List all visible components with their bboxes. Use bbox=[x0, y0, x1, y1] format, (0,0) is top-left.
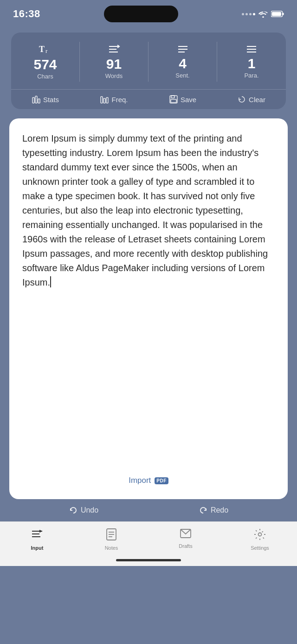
text-card[interactable]: Lorem Ipsum is simply dummy text of the … bbox=[9, 118, 288, 499]
text-body: Lorem Ipsum is simply dummy text of the … bbox=[22, 133, 268, 287]
import-row: Import PDF bbox=[22, 467, 275, 490]
bottom-nav: Input Notes Drafts bbox=[0, 521, 297, 555]
notch bbox=[104, 6, 178, 22]
undo-label: Undo bbox=[81, 506, 98, 514]
svg-text:T: T bbox=[39, 45, 45, 54]
input-icon bbox=[31, 528, 43, 543]
battery-icon bbox=[271, 10, 284, 18]
svg-rect-2 bbox=[272, 12, 281, 16]
chars-value: 574 bbox=[33, 57, 57, 72]
freq-button[interactable]: Freq. bbox=[80, 95, 148, 104]
status-icons bbox=[242, 10, 284, 18]
redo-button[interactable]: Redo bbox=[199, 506, 228, 515]
text-cursor bbox=[50, 276, 51, 287]
pdf-badge: PDF bbox=[155, 477, 168, 484]
svg-rect-22 bbox=[171, 99, 176, 103]
settings-icon bbox=[254, 528, 266, 543]
stat-para: 1 Para. bbox=[217, 42, 286, 82]
para-icon bbox=[246, 45, 257, 54]
clear-button[interactable]: Clear bbox=[217, 95, 286, 104]
drafts-icon bbox=[180, 528, 192, 541]
nav-drafts-label: Drafts bbox=[179, 543, 192, 549]
home-indicator bbox=[0, 555, 297, 566]
svg-rect-21 bbox=[171, 96, 174, 98]
svg-rect-18 bbox=[103, 98, 105, 103]
nav-notes[interactable]: Notes bbox=[74, 527, 148, 553]
status-bar: 16:38 bbox=[0, 0, 297, 25]
stat-sent: 4 Sent. bbox=[148, 42, 217, 82]
svg-rect-17 bbox=[101, 97, 103, 103]
text-area-content[interactable]: Lorem Ipsum is simply dummy text of the … bbox=[22, 131, 275, 467]
nav-input[interactable]: Input bbox=[0, 527, 74, 553]
sent-icon bbox=[177, 45, 188, 54]
undo-button[interactable]: Undo bbox=[69, 506, 98, 515]
import-button[interactable]: Import bbox=[129, 476, 151, 485]
svg-text:r: r bbox=[45, 47, 48, 54]
stat-words: 91 Words bbox=[80, 42, 148, 82]
status-time: 16:38 bbox=[13, 8, 40, 20]
svg-rect-16 bbox=[38, 99, 40, 103]
notes-icon bbox=[106, 528, 117, 543]
sent-value: 4 bbox=[179, 56, 187, 71]
action-bar: Stats Freq. Save Clear bbox=[11, 89, 286, 109]
svg-rect-1 bbox=[283, 13, 284, 15]
sent-label: Sent. bbox=[175, 72, 189, 79]
nav-settings[interactable]: Settings bbox=[223, 527, 297, 553]
stat-chars: T r 574 Chars bbox=[11, 42, 80, 82]
redo-label: Redo bbox=[211, 506, 228, 514]
stats-button[interactable]: Stats bbox=[11, 95, 80, 104]
para-label: Para. bbox=[244, 72, 258, 79]
svg-rect-19 bbox=[106, 98, 108, 103]
nav-input-label: Input bbox=[31, 545, 44, 551]
svg-point-31 bbox=[258, 533, 262, 536]
nav-settings-label: Settings bbox=[251, 545, 269, 551]
chars-label: Chars bbox=[37, 73, 53, 80]
para-value: 1 bbox=[248, 56, 256, 71]
svg-rect-15 bbox=[35, 96, 37, 103]
wifi-icon bbox=[258, 10, 268, 18]
nav-notes-label: Notes bbox=[105, 545, 118, 551]
stats-grid: T r 574 Chars 91 Words bbox=[11, 33, 286, 89]
stats-card: T r 574 Chars 91 Words bbox=[11, 33, 286, 109]
words-label: Words bbox=[105, 72, 123, 79]
words-value: 91 bbox=[106, 56, 122, 72]
svg-rect-14 bbox=[32, 98, 34, 103]
save-button[interactable]: Save bbox=[148, 95, 217, 104]
words-icon bbox=[108, 44, 120, 54]
signal-icon bbox=[242, 13, 255, 15]
home-bar bbox=[116, 559, 181, 561]
nav-drafts[interactable]: Drafts bbox=[148, 527, 223, 553]
undo-bar: Undo Redo bbox=[0, 499, 297, 521]
chars-icon: T r bbox=[39, 44, 52, 55]
